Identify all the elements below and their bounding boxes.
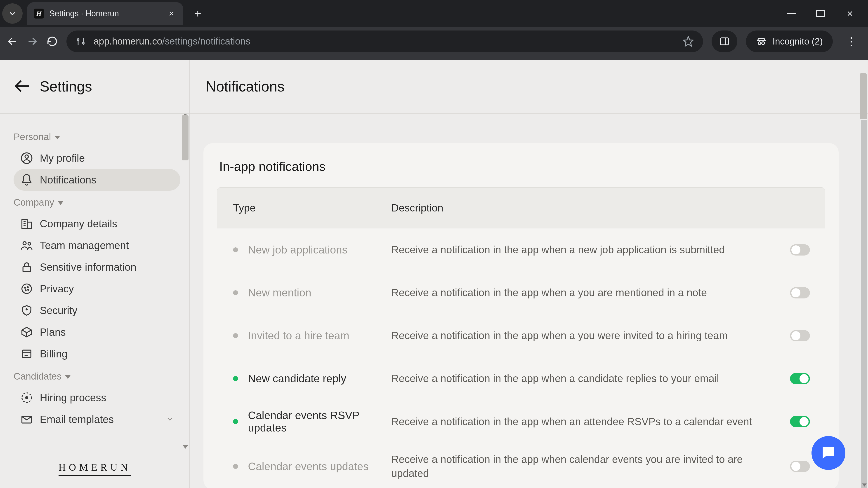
window-minimize-button[interactable] bbox=[786, 8, 796, 19]
page-title: Notifications bbox=[190, 60, 868, 114]
table-row: Calendar events updatesReceive a notific… bbox=[217, 443, 825, 488]
status-dot bbox=[233, 248, 238, 252]
incognito-indicator[interactable]: Incognito (2) bbox=[746, 31, 833, 52]
chevron-down-icon bbox=[166, 413, 174, 425]
tab-favicon: H bbox=[34, 8, 44, 19]
table-header: Type Description bbox=[217, 188, 825, 228]
caret-down-icon bbox=[65, 375, 70, 379]
notification-type: Calendar events updates bbox=[248, 460, 391, 473]
svg-point-28 bbox=[27, 287, 28, 288]
col-header-description: Description bbox=[391, 202, 775, 214]
table-row: Calendar events RSVP updatesReceive a no… bbox=[217, 400, 825, 443]
tab-strip: H Settings · Homerun × + × bbox=[0, 0, 868, 27]
sidebar-section-label: Candidates bbox=[13, 371, 61, 382]
toolbar: app.homerun.co/settings/notifications In… bbox=[0, 27, 868, 60]
browser-menu-button[interactable]: ⋮ bbox=[841, 35, 861, 48]
svg-point-27 bbox=[25, 287, 26, 288]
sidebar-scroll[interactable]: Personal My profile Notifications Compan… bbox=[0, 114, 189, 450]
svg-point-30 bbox=[28, 289, 29, 290]
nav-forward-button[interactable] bbox=[27, 36, 38, 47]
sidebar-item-company-details[interactable]: Company details bbox=[13, 213, 180, 234]
support-chat-button[interactable] bbox=[811, 436, 845, 470]
nav-reload-button[interactable] bbox=[46, 36, 58, 47]
notification-description: Receive a notification in the app when a… bbox=[391, 328, 775, 343]
sidebar-item-security[interactable]: Security bbox=[13, 300, 180, 321]
window-controls: × bbox=[786, 8, 868, 19]
side-panel-button[interactable] bbox=[712, 31, 737, 52]
sidebar-item-billing[interactable]: Billing bbox=[13, 343, 180, 365]
notification-toggle[interactable] bbox=[790, 461, 810, 472]
notification-toggle[interactable] bbox=[790, 287, 810, 298]
notification-type: Invited to a hire team bbox=[248, 329, 391, 342]
main-content: Notifications In-app notifications Type … bbox=[190, 60, 868, 488]
table-row: New candidate replyReceive a notificatio… bbox=[217, 357, 825, 400]
chat-icon bbox=[820, 445, 837, 462]
settings-back-button[interactable] bbox=[13, 77, 32, 96]
notification-description: Receive a notification in the app when a… bbox=[391, 415, 775, 429]
sidebar-header: Settings bbox=[0, 60, 189, 114]
lock-icon bbox=[20, 261, 33, 273]
browser-tab[interactable]: H Settings · Homerun × bbox=[27, 2, 183, 25]
window-maximize-button[interactable] bbox=[816, 8, 825, 19]
caret-down-icon bbox=[58, 201, 63, 205]
svg-point-5 bbox=[83, 42, 84, 44]
window-close-button[interactable]: × bbox=[845, 8, 855, 19]
sidebar-item-hiring-process[interactable]: Hiring process bbox=[13, 387, 180, 409]
sidebar-item-plans[interactable]: Plans bbox=[13, 321, 180, 343]
svg-rect-19 bbox=[27, 222, 31, 228]
sidebar-item-privacy[interactable]: Privacy bbox=[13, 278, 180, 300]
sidebar-item-my-profile[interactable]: My profile bbox=[13, 147, 180, 169]
address-bar[interactable]: app.homerun.co/settings/notifications bbox=[66, 31, 703, 52]
notification-toggle[interactable] bbox=[790, 244, 810, 256]
sidebar-item-notifications[interactable]: Notifications bbox=[13, 169, 180, 191]
sidebar-item-sensitive-information[interactable]: Sensitive information bbox=[13, 256, 180, 278]
sidebar-footer: HOMERUN bbox=[0, 450, 189, 488]
user-icon bbox=[20, 152, 33, 164]
tab-search-button[interactable] bbox=[2, 3, 23, 24]
sidebar-section-candidates[interactable]: Candidates bbox=[13, 371, 180, 382]
sidebar-item-email-templates[interactable]: Email templates bbox=[13, 409, 180, 430]
notification-toggle[interactable] bbox=[790, 373, 810, 384]
scrollbar-thumb[interactable] bbox=[861, 120, 867, 488]
notification-description: Receive a notification in the app when a… bbox=[391, 286, 775, 300]
stages-icon bbox=[20, 391, 33, 404]
scroll-down-icon[interactable] bbox=[183, 445, 188, 449]
scroll-down-icon[interactable] bbox=[862, 484, 867, 487]
site-settings-icon[interactable] bbox=[75, 36, 86, 46]
status-dot bbox=[233, 419, 238, 424]
svg-point-17 bbox=[25, 155, 29, 158]
sidebar-section-personal[interactable]: Personal bbox=[13, 131, 180, 142]
svg-rect-25 bbox=[23, 267, 31, 272]
cookie-icon bbox=[20, 283, 33, 295]
svg-point-12 bbox=[758, 42, 761, 44]
mail-icon bbox=[20, 413, 33, 426]
sidebar-section-label: Personal bbox=[13, 131, 51, 142]
nav-back-button[interactable] bbox=[7, 36, 18, 47]
table-row: Invited to a hire teamReceive a notifica… bbox=[217, 314, 825, 357]
notification-toggle[interactable] bbox=[790, 330, 810, 341]
page-scrollbar[interactable] bbox=[860, 119, 868, 488]
svg-point-2 bbox=[77, 39, 79, 41]
homerun-logo[interactable]: HOMERUN bbox=[59, 462, 131, 476]
tab-close-button[interactable]: × bbox=[169, 9, 174, 18]
nav-label: Hiring process bbox=[40, 392, 106, 404]
nav-label: My profile bbox=[40, 152, 85, 164]
caret-down-icon bbox=[55, 136, 60, 139]
notification-type: Calendar events RSVP updates bbox=[248, 409, 391, 434]
sidebar-section-company[interactable]: Company bbox=[13, 197, 180, 208]
bookmark-star-icon[interactable] bbox=[683, 36, 694, 47]
notification-type: New candidate reply bbox=[248, 372, 391, 385]
incognito-icon bbox=[756, 36, 767, 47]
panel-icon bbox=[719, 36, 730, 46]
arrow-right-icon bbox=[27, 36, 38, 47]
sidebar-section-label: Company bbox=[13, 197, 54, 208]
tab-title: Settings · Homerun bbox=[49, 9, 163, 18]
notification-toggle[interactable] bbox=[790, 416, 810, 427]
building-icon bbox=[20, 217, 33, 230]
in-app-notifications-card: In-app notifications Type Description Ne… bbox=[204, 143, 839, 488]
sidebar-item-team-management[interactable]: Team management bbox=[13, 234, 180, 256]
new-tab-button[interactable]: + bbox=[194, 7, 201, 20]
svg-rect-9 bbox=[720, 38, 728, 45]
nav-label: Privacy bbox=[40, 283, 74, 295]
sidebar-scrollbar[interactable] bbox=[182, 115, 188, 160]
